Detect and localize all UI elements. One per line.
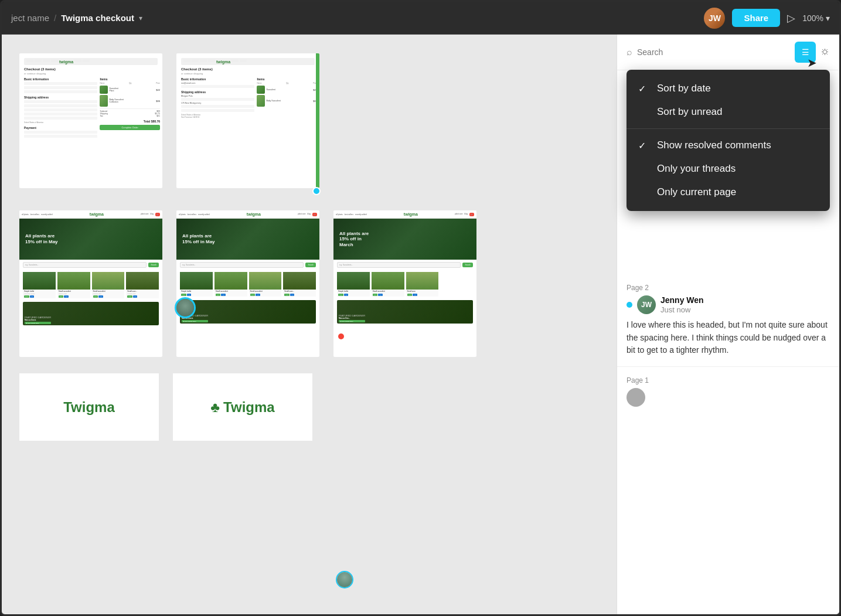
comment-time-1: Just now bbox=[660, 305, 704, 314]
comment-page-label-2: Page 1 bbox=[627, 376, 830, 384]
featured-card-2: FEATURED GARDENER Marcus Davis ▶ More fa… bbox=[180, 300, 316, 324]
commenter-name-1: Jenny Wen bbox=[660, 295, 704, 305]
sort-by-date-label: Sort by date bbox=[657, 83, 711, 94]
sort-by-unread-item[interactable]: Sort by unread bbox=[627, 100, 830, 124]
annotation-avatar-1[interactable] bbox=[175, 297, 196, 318]
logo-symbol-icon: ♣ bbox=[210, 399, 220, 416]
filter-dropdown: ✓ Sort by date Sort by unread ✓ Show res… bbox=[627, 70, 830, 211]
featured-card-1: FEATURED GARDENER Marcus Davis ▶ More fa… bbox=[23, 302, 159, 325]
search-icon: ⌕ bbox=[627, 47, 632, 57]
only-your-threads-item[interactable]: Only your threads bbox=[627, 157, 830, 181]
topbar-right: JW Share ▷ 100% ▾ bbox=[704, 8, 830, 29]
file-name-chevron-icon[interactable]: ▾ bbox=[139, 14, 142, 22]
zoom-level: 100% bbox=[802, 13, 823, 23]
frame-logo-text[interactable]: Twigma bbox=[19, 373, 159, 441]
zoom-control[interactable]: 100% ▾ bbox=[802, 13, 830, 23]
comment-thread-1[interactable]: Page 2 JW Jenny Wen Just now I love wher… bbox=[617, 274, 839, 367]
share-button[interactable]: Share bbox=[732, 9, 780, 27]
comment-page-label-1: Page 2 bbox=[627, 284, 830, 292]
frame-homepage-1[interactable]: all plants best sellers recently added t… bbox=[19, 210, 162, 357]
only-current-page-item[interactable]: Only current page bbox=[627, 181, 830, 204]
show-resolved-item[interactable]: ✓ Show resolved comments bbox=[627, 134, 830, 157]
only-current-page-label: Only current page bbox=[657, 186, 736, 198]
right-panel: ⌕ ☰ ⛭ ✓ Sort by date Sort by unread bbox=[617, 35, 839, 616]
show-resolved-label: Show resolved comments bbox=[657, 139, 771, 151]
commenter-initials-1: JW bbox=[641, 301, 652, 309]
dropdown-divider-1 bbox=[627, 128, 830, 129]
play-icon[interactable]: ▷ bbox=[787, 12, 795, 25]
commenter-avatar-2 bbox=[627, 388, 645, 407]
settings-icon[interactable]: ⛭ bbox=[820, 47, 830, 57]
topbar-left: ject name / Twigma checkout ▾ bbox=[11, 13, 142, 23]
filter-section: ✓ Show resolved comments Only your threa… bbox=[627, 131, 830, 206]
comment-thread-2[interactable]: Page 1 bbox=[617, 367, 839, 416]
zoom-chevron-icon: ▾ bbox=[826, 13, 830, 23]
topbar: ject name / Twigma checkout ▾ JW Share ▷… bbox=[2, 2, 839, 35]
logo-symbol-text: Twigma bbox=[223, 399, 275, 416]
sort-section: ✓ Sort by date Sort by unread bbox=[627, 74, 830, 126]
frame-checkout-1[interactable]: twigma Checkout (3 items) or continue sh… bbox=[19, 53, 162, 188]
commenter-avatar-1: JW bbox=[637, 295, 656, 314]
sort-by-date-item[interactable]: ✓ Sort by date bbox=[627, 77, 830, 100]
sort-by-date-check-icon: ✓ bbox=[638, 83, 650, 94]
frame-empty-1 bbox=[333, 53, 476, 188]
panel-content: Page 2 JW Jenny Wen Just now I love wher… bbox=[617, 270, 839, 616]
main-area: twigma Checkout (3 items) or continue sh… bbox=[2, 35, 839, 616]
search-input[interactable] bbox=[637, 47, 790, 57]
annotation-dot-2[interactable] bbox=[338, 333, 344, 339]
featured-card-3: FEATURED GARDENER Marcus Dav... ▶ More f… bbox=[337, 300, 473, 324]
cursor-icon: ➤ bbox=[807, 56, 817, 70]
file-name: Twigma checkout bbox=[61, 13, 134, 23]
breadcrumb-separator: / bbox=[54, 13, 56, 23]
checkout-logo-1: twigma bbox=[59, 60, 73, 64]
frame-homepage-3[interactable]: all plants best sellers recently added t… bbox=[333, 210, 476, 357]
project-name: ject name bbox=[11, 13, 49, 23]
frame-checkout-2[interactable]: twigma Checkout (3 items) or continue sh… bbox=[176, 53, 319, 188]
panel-header: ⌕ ☰ ⛭ bbox=[617, 35, 839, 70]
unread-dot-1 bbox=[627, 302, 632, 308]
frame-homepage-2[interactable]: all plants best sellers recently added t… bbox=[176, 210, 319, 357]
annotation-avatar-2[interactable] bbox=[336, 571, 353, 588]
show-resolved-check-icon: ✓ bbox=[638, 140, 650, 151]
logo-wordmark: Twigma bbox=[63, 399, 115, 416]
comment-body-1: I love where this is headed, but I'm not… bbox=[627, 319, 830, 357]
sort-by-unread-label: Sort by unread bbox=[657, 106, 723, 118]
frame-logo-symbol[interactable]: ♣ Twigma bbox=[173, 373, 312, 441]
only-your-threads-label: Only your threads bbox=[657, 163, 736, 175]
canvas[interactable]: twigma Checkout (3 items) or continue sh… bbox=[2, 35, 617, 616]
avatar[interactable]: JW bbox=[704, 8, 725, 29]
annotation-dot-1[interactable] bbox=[312, 187, 321, 195]
comment-header-1: JW Jenny Wen Just now bbox=[627, 295, 830, 314]
comment-meta-1: Jenny Wen Just now bbox=[660, 295, 704, 314]
